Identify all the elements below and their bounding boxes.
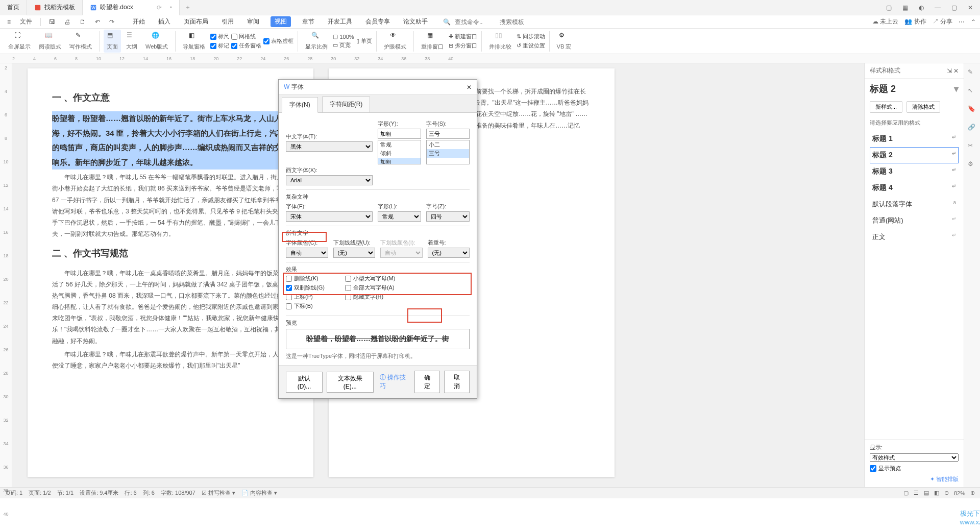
- taskpane-checkbox[interactable]: 任务窗格: [231, 42, 261, 50]
- zoom-out-icon[interactable]: ⊖: [944, 490, 949, 496]
- tab-home[interactable]: 首页: [0, 0, 27, 15]
- style-item[interactable]: 标题 3↵: [870, 163, 959, 180]
- zoom100-button[interactable]: ▢ 100%: [333, 33, 354, 40]
- cstyle-select[interactable]: 常规: [378, 211, 421, 222]
- redo-icon[interactable]: ↷: [106, 17, 117, 27]
- tab-sync-icon[interactable]: ⟳: [157, 4, 162, 11]
- status-pages[interactable]: 页面: 1/2: [29, 489, 51, 497]
- splitwindow-button[interactable]: ⊟ 拆分窗口: [449, 42, 477, 50]
- file-menu[interactable]: 文件: [17, 16, 35, 27]
- outline-button[interactable]: ☰大纲: [123, 32, 140, 51]
- preview-checkbox[interactable]: 显示预览: [870, 465, 959, 472]
- view-mode-icon[interactable]: ◧: [934, 490, 939, 496]
- body-paragraph[interactable]: 年味儿在哪里？哦，年味儿在一桌桌香喷喷的菜肴里。腊月底，妈妈每年的饭菜忙活了 5…: [52, 268, 289, 347]
- grid-icon[interactable]: ▦: [900, 4, 910, 11]
- bookmark-icon[interactable]: 🔖: [968, 105, 977, 114]
- fullscreen-button[interactable]: ⛶全屏显示: [5, 32, 34, 51]
- pagewidth-button[interactable]: ▭ 页宽: [333, 41, 354, 49]
- status-row[interactable]: 行: 6: [125, 489, 136, 497]
- gear-icon[interactable]: ⚙: [968, 160, 977, 170]
- tab-add[interactable]: ＋: [180, 3, 196, 12]
- zoom-button[interactable]: 🔍显示比例: [302, 32, 331, 51]
- navpane-button[interactable]: ◧导航窗格: [180, 32, 208, 51]
- chevron-down-icon[interactable]: ▾: [954, 83, 959, 94]
- panel-pin-icon[interactable]: ⇲: [947, 67, 952, 75]
- share-button[interactable]: ↗ 分享: [933, 17, 952, 26]
- font-tab[interactable]: 字体(N): [282, 97, 318, 113]
- cnfont-select[interactable]: 黑体: [286, 141, 373, 152]
- vbmacro-button[interactable]: ⚙VB 宏: [554, 32, 575, 51]
- zoom-value[interactable]: 82%: [954, 490, 965, 496]
- print-icon[interactable]: 🖨: [61, 17, 74, 27]
- paint-icon[interactable]: ✎: [968, 68, 977, 78]
- status-contentcheck[interactable]: 📄 内容检查 ▾: [241, 489, 277, 497]
- emphasis-select[interactable]: (无): [428, 248, 470, 258]
- user-icon[interactable]: ◐: [917, 4, 926, 11]
- tab-close-icon[interactable]: •: [170, 4, 172, 11]
- size-listbox[interactable]: 小二 三号: [426, 140, 470, 164]
- subscript-checkbox[interactable]: 下标(B): [286, 302, 325, 310]
- status-words[interactable]: 字数: 108/907: [161, 489, 195, 497]
- size-input[interactable]: [426, 129, 470, 139]
- tab-insert[interactable]: 插入: [156, 16, 173, 27]
- style-item[interactable]: 标题 4↵: [870, 180, 959, 196]
- new-style-button[interactable]: 新样式...: [870, 101, 902, 113]
- tab-pagelayout[interactable]: 页面布局: [182, 16, 210, 27]
- tab-template[interactable]: 找稻壳模板: [27, 0, 83, 15]
- save-icon[interactable]: 🖫: [46, 17, 58, 27]
- selected-text[interactable]: 盼望着，盼望着……翘首以盼的新年近了。街市上车水马龙，人山人海，好不热闹。34 …: [52, 111, 289, 170]
- layout-icon[interactable]: ▢: [884, 4, 893, 11]
- zoom-in-icon[interactable]: ⊕: [970, 490, 975, 496]
- tab-view[interactable]: 视图: [271, 16, 291, 27]
- style-item[interactable]: 正文↵: [870, 229, 959, 245]
- status-spellcheck[interactable]: ☑ 拼写检查 ▾: [202, 489, 235, 497]
- tab-chapter[interactable]: 章节: [300, 16, 316, 27]
- style-item[interactable]: 标题 1↵: [870, 131, 959, 147]
- style-item[interactable]: 普通(网站)↵: [870, 212, 959, 229]
- minimize-icon[interactable]: —: [933, 4, 942, 11]
- style-item[interactable]: 默认段落字体a: [870, 196, 959, 212]
- cfont-select[interactable]: 宋体: [286, 211, 373, 222]
- csize-select[interactable]: 四号: [426, 211, 470, 222]
- clear-format-button[interactable]: 清除格式: [906, 101, 940, 113]
- style-item[interactable]: 标题 2↵: [870, 147, 959, 163]
- tab-devtools[interactable]: 开发工具: [326, 16, 354, 27]
- style-listbox[interactable]: 常规 倾斜 加粗: [378, 140, 421, 164]
- appmenu-icon[interactable]: ≡: [4, 17, 14, 27]
- eyemode-button[interactable]: 👁护眼模式: [381, 32, 409, 51]
- tableghost-checkbox[interactable]: 表格虚框: [263, 37, 293, 45]
- style-input[interactable]: [378, 129, 421, 139]
- mark-checkbox[interactable]: 标记: [210, 42, 229, 50]
- command-search-input[interactable]: [455, 18, 496, 26]
- close-icon[interactable]: ✕: [966, 4, 975, 11]
- panel-close-icon[interactable]: ✕: [953, 67, 959, 75]
- more-icon[interactable]: ⋯: [959, 18, 965, 26]
- undo-icon[interactable]: ↶: [92, 17, 103, 27]
- underline-select[interactable]: (无): [333, 248, 376, 258]
- status-page[interactable]: 页码: 1: [5, 489, 22, 497]
- webview-button[interactable]: 🌐Web版式: [142, 32, 171, 51]
- ruler-horizontal[interactable]: 246810121416182022242628303234363840: [0, 54, 980, 63]
- arrange-button[interactable]: ▦重排窗口: [418, 32, 447, 51]
- maximize-icon[interactable]: ▢: [949, 4, 959, 11]
- ruler-checkbox[interactable]: 标尺: [210, 33, 229, 40]
- status-section[interactable]: 节: 1/1: [57, 489, 74, 497]
- dialog-close-icon[interactable]: ✕: [467, 84, 472, 91]
- preview-icon[interactable]: 🗋: [77, 17, 89, 27]
- newwindow-button[interactable]: ✚ 新建窗口: [449, 33, 477, 40]
- ok-button[interactable]: 确定: [414, 371, 440, 393]
- document-page-1[interactable]: 一 、作文立意 盼望着，盼望着……翘首以盼的新年近了。街市上车水马龙，人山人海，…: [28, 68, 313, 477]
- tab-start[interactable]: 开始: [131, 16, 147, 27]
- tab-reference[interactable]: 引用: [219, 16, 236, 27]
- view-mode-icon[interactable]: ▤: [924, 490, 929, 496]
- readmode-button[interactable]: 📖阅读版式: [36, 32, 64, 51]
- tab-thesis[interactable]: 论文助手: [401, 16, 430, 27]
- color-select[interactable]: 自动: [286, 248, 328, 258]
- tab-member[interactable]: 会员专享: [363, 16, 392, 27]
- view-mode-icon[interactable]: ▢: [903, 490, 909, 496]
- body-paragraph[interactable]: 年味儿在哪里？哦，年味儿在那震耳欲聋的爆竹声中。新年第一天零点开始，人们便没了睡…: [52, 349, 289, 371]
- collab-button[interactable]: 👥 协作: [904, 17, 926, 26]
- template-search-input[interactable]: [500, 18, 541, 26]
- select-icon[interactable]: ↖: [968, 87, 977, 96]
- current-style[interactable]: 标题 2: [870, 83, 896, 95]
